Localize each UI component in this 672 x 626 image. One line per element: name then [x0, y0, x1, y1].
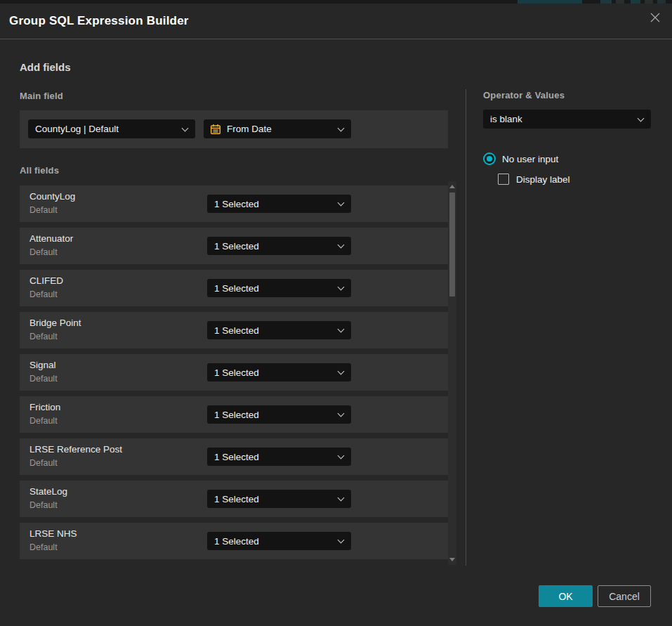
field-values-select[interactable]: 1 Selected — [207, 279, 351, 297]
field-row: AttenuatorDefault1 Selected — [20, 228, 448, 264]
all-fields-label: All fields — [20, 165, 59, 176]
field-name: Bridge Point — [29, 318, 81, 328]
field-values-select-value: 1 Selected — [214, 283, 259, 294]
field-sublabel: Default — [29, 289, 58, 299]
main-field-select[interactable]: From Date — [204, 119, 351, 138]
field-values-select-value: 1 Selected — [214, 410, 259, 420]
dialog-title: Group SQL Expression Builder — [9, 14, 189, 28]
field-values-select[interactable]: 1 Selected — [207, 405, 351, 424]
close-button[interactable] — [647, 10, 663, 25]
main-layer-select-value: CountyLog | Default — [35, 124, 119, 134]
main-field-label: Main field — [20, 91, 63, 101]
field-sublabel: Default — [29, 416, 58, 426]
field-sublabel: Default — [29, 205, 58, 215]
field-name: LRSE NHS — [29, 528, 77, 539]
field-row: LRSE NHSDefault1 Selected — [20, 523, 448, 559]
chevron-down-icon — [338, 495, 345, 502]
chevron-down-icon — [338, 410, 345, 417]
chevron-down-icon — [338, 452, 345, 459]
field-values-select-value: 1 Selected — [214, 452, 259, 462]
close-icon — [649, 11, 661, 24]
checkbox-unchecked-icon — [498, 174, 509, 185]
field-sublabel: Default — [29, 332, 58, 341]
scrollbar-thumb[interactable] — [449, 193, 455, 296]
field-values-select[interactable]: 1 Selected — [207, 532, 351, 550]
field-values-select-value: 1 Selected — [214, 367, 259, 378]
chevron-down-icon — [338, 124, 345, 131]
field-name: Attenuator — [29, 233, 73, 244]
main-field-panel: CountyLog | Default From Date — [20, 110, 448, 148]
chevron-down-icon — [182, 124, 189, 131]
add-fields-heading: Add fields — [20, 61, 71, 73]
field-values-select-value: 1 Selected — [214, 494, 259, 504]
field-sublabel: Default — [29, 374, 58, 384]
field-sublabel: Default — [29, 542, 58, 552]
chevron-down-icon — [338, 200, 345, 207]
scroll-up-icon[interactable] — [449, 185, 455, 188]
chevron-down-icon — [338, 284, 345, 291]
field-sublabel: Default — [29, 458, 58, 468]
field-values-select[interactable]: 1 Selected — [207, 237, 351, 255]
no-user-input-label: No user input — [502, 154, 558, 164]
field-values-select-value: 1 Selected — [214, 536, 259, 547]
field-values-select[interactable]: 1 Selected — [207, 321, 351, 339]
cancel-button[interactable]: Cancel — [598, 585, 651, 607]
field-values-select[interactable]: 1 Selected — [207, 363, 351, 382]
field-row: FrictionDefault1 Selected — [20, 396, 448, 433]
dialog-titlebar: Group SQL Expression Builder — [0, 4, 672, 39]
calendar-icon — [210, 124, 221, 135]
field-values-select-value: 1 Selected — [214, 241, 259, 252]
main-layer-select[interactable]: CountyLog | Default — [28, 119, 195, 138]
operator-values-label: Operator & Values — [483, 90, 565, 100]
radio-selected-icon — [483, 152, 496, 165]
field-name: Signal — [29, 360, 56, 370]
field-row: CountyLogDefault1 Selected — [20, 185, 448, 222]
field-values-select[interactable]: 1 Selected — [207, 490, 351, 508]
field-name: LRSE Reference Post — [29, 444, 122, 455]
field-name: CLIFED — [29, 275, 63, 286]
display-label-text: Display label — [516, 174, 570, 185]
field-values-select[interactable]: 1 Selected — [207, 195, 351, 213]
ok-button[interactable]: OK — [539, 585, 593, 607]
chevron-down-icon — [338, 368, 345, 375]
chevron-down-icon — [638, 115, 645, 122]
operator-select[interactable]: is blank — [483, 110, 651, 129]
scroll-down-icon[interactable] — [449, 558, 455, 561]
field-name: StateLog — [29, 486, 67, 497]
field-row: StateLogDefault1 Selected — [20, 481, 448, 517]
field-values-select[interactable]: 1 Selected — [207, 448, 351, 466]
field-values-select-value: 1 Selected — [214, 199, 259, 209]
main-field-select-value: From Date — [227, 124, 272, 134]
field-row: CLIFEDDefault1 Selected — [20, 270, 448, 306]
chevron-down-icon — [338, 242, 345, 249]
field-values-select-value: 1 Selected — [214, 325, 259, 336]
field-sublabel: Default — [29, 247, 58, 257]
list-scrollbar[interactable] — [448, 181, 456, 565]
field-row: LRSE Reference PostDefault1 Selected — [20, 438, 448, 475]
operator-select-value: is blank — [490, 114, 522, 124]
field-name: Friction — [29, 402, 60, 412]
field-row: SignalDefault1 Selected — [20, 354, 448, 391]
chevron-down-icon — [338, 326, 345, 333]
column-divider — [466, 89, 466, 566]
display-label-checkbox[interactable]: Display label — [498, 174, 570, 185]
chevron-down-icon — [338, 537, 345, 544]
field-name: CountyLog — [29, 191, 75, 202]
field-sublabel: Default — [29, 500, 58, 510]
field-row: Bridge PointDefault1 Selected — [20, 312, 448, 348]
no-user-input-radio[interactable]: No user input — [483, 152, 558, 165]
